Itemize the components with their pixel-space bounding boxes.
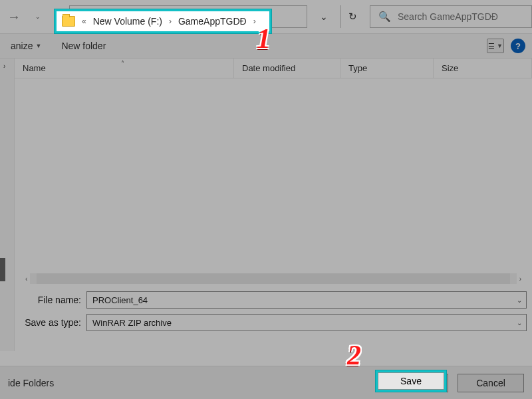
chevron-down-icon: ⌄: [320, 11, 328, 22]
scroll-right-icon[interactable]: ›: [517, 275, 524, 283]
forward-button[interactable]: →: [4, 7, 24, 27]
chevron-down-icon[interactable]: ⌄: [517, 319, 522, 327]
new-folder-button[interactable]: New folder: [57, 38, 110, 54]
annotation-number-1: 1: [257, 23, 271, 55]
filename-input[interactable]: PROClient_64 ⌄: [86, 291, 527, 309]
search-placeholder: Search GameAppTGDĐ: [398, 11, 498, 22]
file-list-empty[interactable]: [15, 78, 532, 271]
highlight-box-save: [376, 370, 446, 392]
annotation-number-2: 2: [347, 339, 361, 371]
help-icon: ?: [515, 41, 521, 51]
highlight-box-address: [55, 9, 271, 33]
search-icon: 🔍: [378, 11, 391, 23]
arrow-right-icon: →: [7, 9, 21, 25]
chevron-down-icon: ▼: [35, 43, 41, 49]
navigation-pane-collapsed[interactable]: ›: [0, 59, 15, 351]
chevron-right-icon: ›: [3, 63, 5, 70]
save-as-type-value: WinRAR ZIP archive: [92, 318, 172, 328]
column-label: Name: [23, 63, 46, 73]
save-as-type-row: Save as type: WinRAR ZIP archive ⌄: [15, 311, 532, 334]
chevron-down-icon[interactable]: ⌄: [517, 297, 522, 304]
filename-value: PROClient_64: [92, 295, 148, 305]
organize-label: anize: [11, 41, 33, 51]
column-header-type[interactable]: Type: [340, 59, 434, 78]
column-header-name[interactable]: Name ˄: [15, 59, 234, 78]
refresh-button[interactable]: ↻: [340, 5, 364, 28]
help-button[interactable]: ?: [511, 39, 525, 53]
column-headers: Name ˄ Date modified Type Size: [15, 59, 532, 78]
list-view-icon: ☰: [488, 42, 495, 51]
chevron-down-icon: ▼: [497, 43, 503, 49]
address-dropdown-button[interactable]: ⌄: [307, 11, 340, 22]
column-label: Size: [442, 63, 458, 73]
organize-menu[interactable]: anize ▼: [7, 38, 45, 54]
filename-row: File name: PROClient_64 ⌄: [15, 289, 532, 311]
save-as-type-label: Save as type:: [15, 317, 86, 328]
scrollbar-track[interactable]: [30, 273, 516, 284]
column-label: Type: [348, 63, 367, 73]
horizontal-scrollbar[interactable]: ‹ ›: [20, 273, 527, 285]
view-options-button[interactable]: ☰ ▼: [487, 39, 504, 53]
chevron-down-icon: ⌄: [35, 13, 41, 20]
bottom-bar: ide Folders Save Cancel: [0, 366, 532, 399]
save-as-type-select[interactable]: WinRAR ZIP archive ⌄: [86, 314, 527, 331]
hide-folders-button[interactable]: ide Folders: [8, 378, 54, 388]
nav-scrollbar-thumb[interactable]: [0, 258, 5, 281]
search-input[interactable]: 🔍 Search GameAppTGDĐ: [370, 5, 532, 28]
recent-locations-button[interactable]: ⌄: [28, 7, 48, 27]
sort-ascending-icon: ˄: [121, 60, 124, 67]
new-folder-label: New folder: [61, 41, 106, 51]
column-header-size[interactable]: Size: [434, 59, 532, 78]
column-label: Date modified: [242, 63, 295, 73]
refresh-icon: ↻: [348, 11, 357, 23]
content-area: › Name ˄ Date modified Type Size ‹ › Fil…: [0, 59, 532, 351]
cancel-button[interactable]: Cancel: [458, 374, 524, 392]
cancel-label: Cancel: [476, 378, 505, 388]
scroll-left-icon[interactable]: ‹: [23, 275, 30, 283]
filename-label: File name:: [15, 295, 86, 305]
column-header-date[interactable]: Date modified: [234, 59, 340, 78]
